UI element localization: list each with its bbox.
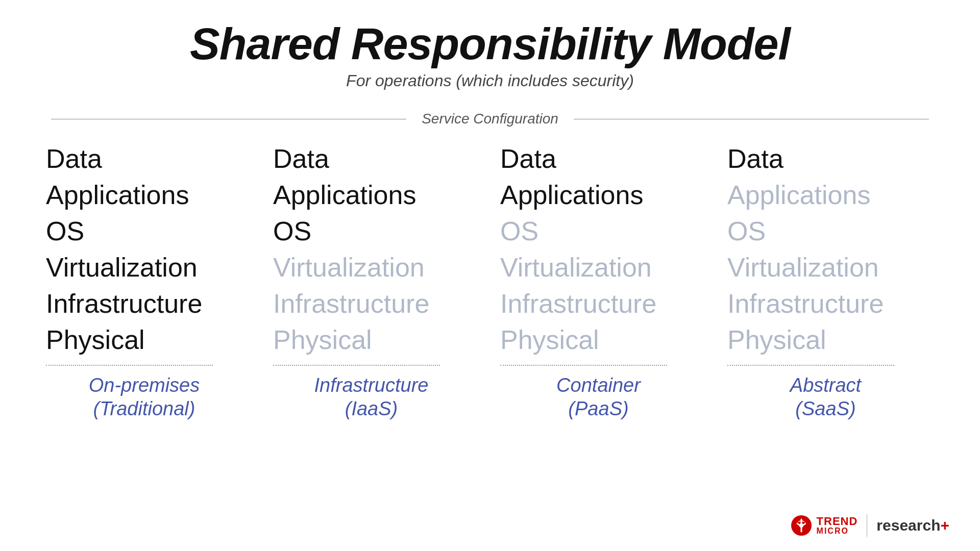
divider-on-premises (46, 365, 213, 366)
main-title: Shared Responsibility Model (190, 20, 790, 67)
layer-saas-physical: Physical (727, 323, 924, 357)
layer-saas-virtualization: Virtualization (727, 251, 924, 284)
layer-iaas-virtualization: Virtualization (273, 251, 470, 284)
column-label-on-premises: On-premises(Traditional) (46, 374, 242, 420)
micro-label: MICRO (817, 527, 858, 535)
research-label: research+ (876, 517, 949, 534)
trend-micro-text: TREND MICRO (817, 516, 858, 535)
service-config-row: Service Configuration (41, 111, 939, 127)
layer-paas-virtualization: Virtualization (500, 251, 697, 284)
subtitle: For operations (which includes security) (346, 71, 634, 90)
column-iaas: DataApplicationsOSVirtualizationInfrastr… (258, 142, 485, 531)
column-saas: DataApplicationsOSVirtualizationInfrastr… (712, 142, 939, 531)
layer-on-premises-infrastructure: Infrastructure (46, 287, 242, 320)
layer-on-premises-physical: Physical (46, 323, 242, 357)
layer-paas-data: Data (500, 142, 697, 176)
column-label-paas: Container(PaaS) (500, 374, 697, 420)
column-label-iaas: Infrastructure(IaaS) (273, 374, 470, 420)
divider-saas (727, 365, 894, 366)
divider-iaas (273, 365, 440, 366)
trend-label: TREND (817, 516, 858, 527)
column-label-saas: Abstract(SaaS) (727, 374, 924, 420)
service-config-line-right (574, 119, 929, 119)
layer-saas-infrastructure: Infrastructure (727, 287, 924, 320)
layer-saas-applications: Applications (727, 179, 924, 212)
layer-iaas-infrastructure: Infrastructure (273, 287, 470, 320)
layer-on-premises-os: OS (46, 215, 242, 248)
column-on-premises: DataApplicationsOSVirtualizationInfrastr… (41, 142, 258, 531)
logo-divider (867, 514, 867, 537)
page-container: Shared Responsibility Model For operatio… (0, 0, 980, 551)
layer-iaas-physical: Physical (273, 323, 470, 357)
column-paas: DataApplicationsOSVirtualizationInfrastr… (485, 142, 712, 531)
layer-paas-infrastructure: Infrastructure (500, 287, 697, 320)
layer-iaas-data: Data (273, 142, 470, 176)
logo-area: TREND MICRO research+ (790, 514, 949, 537)
layer-iaas-applications: Applications (273, 179, 470, 212)
trend-micro-icon (790, 514, 813, 537)
layer-paas-physical: Physical (500, 323, 697, 357)
svg-point-1 (799, 523, 803, 528)
layer-on-premises-virtualization: Virtualization (46, 251, 242, 284)
layer-iaas-os: OS (273, 215, 470, 248)
columns-container: DataApplicationsOSVirtualizationInfrastr… (41, 142, 939, 531)
trend-micro-logo: TREND MICRO (790, 514, 858, 537)
layer-paas-applications: Applications (500, 179, 697, 212)
service-config-line-left (51, 119, 406, 119)
layer-on-premises-applications: Applications (46, 179, 242, 212)
layer-paas-os: OS (500, 215, 697, 248)
divider-paas (500, 365, 667, 366)
layer-saas-data: Data (727, 142, 924, 176)
layer-saas-os: OS (727, 215, 924, 248)
layer-on-premises-data: Data (46, 142, 242, 176)
service-config-label: Service Configuration (406, 111, 574, 127)
